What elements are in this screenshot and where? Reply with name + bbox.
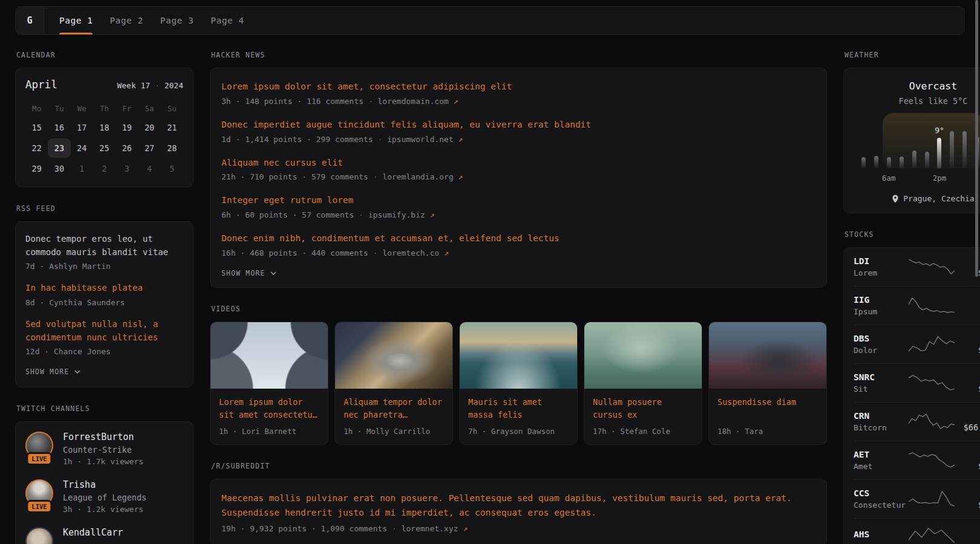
video-title[interactable]: Lorem ipsum dolor sit amet consectetu… (219, 396, 319, 421)
calendar-day[interactable]: 27 (138, 138, 160, 158)
calendar-day[interactable]: 21 (161, 118, 183, 137)
stock-row[interactable]: CRN Bitcorn -1.00% $66,171.48 (854, 402, 980, 441)
hn-item-meta: 16h · 468 points · 440 comments (221, 248, 368, 257)
hn-item-title[interactable]: Donec imperdiet augue tincidunt felis al… (221, 118, 815, 132)
separator-dot: · (373, 172, 377, 181)
video-card[interactable]: Aliquam tempor dolor nec pharetra… 1h · … (335, 322, 453, 445)
hn-item-domain-link[interactable]: ipsumworld.net (387, 135, 454, 144)
tab-page-3[interactable]: Page 3 (160, 7, 194, 34)
video-card[interactable]: Lorem ipsum dolor sit amet consectetu… 1… (210, 322, 328, 445)
twitch-channel[interactable]: LIVE ForrestBurton Counter-Strike 1h · 1… (25, 432, 183, 466)
tab-page-2[interactable]: Page 2 (109, 7, 143, 34)
hn-item-title[interactable]: Donec enim nibh, condimentum et accumsan… (221, 232, 815, 245)
twitch-channel[interactable]: LIVE Trisha League of Legends 3h · 1.2k … (25, 479, 183, 514)
hn-item-title[interactable]: Integer eget rutrum lorem (221, 194, 815, 207)
weather-hour-bar: 9° (933, 113, 946, 169)
calendar-day[interactable]: 29 (25, 159, 48, 178)
calendar-day[interactable]: 3 (116, 159, 138, 178)
video-title[interactable]: Nullam posuere cursus ex (593, 396, 693, 421)
video-title[interactable]: Mauris sit amet massa felis (468, 396, 569, 421)
page-scrollbar[interactable] (975, 0, 978, 277)
calendar-day[interactable]: 1 (71, 159, 93, 178)
chevron-down-icon (270, 270, 276, 276)
calendar-day[interactable]: 16 (48, 118, 70, 137)
calendar-day[interactable]: 17 (71, 118, 93, 137)
channel-avatar: LIVE (25, 479, 53, 507)
stock-price: $156.28 (955, 345, 980, 355)
hacker-news-section: HACKER NEWS Lorem ipsum dolor sit amet, … (210, 51, 827, 288)
calendar-day[interactable]: 15 (25, 118, 48, 137)
hn-show-more-button[interactable]: SHOW MORE (221, 269, 276, 277)
stock-row[interactable]: SNRC Sit +1.36% $148.64 (854, 363, 980, 402)
subreddit-post-meta: 19h · 9,932 points · 1,090 comments (221, 524, 387, 533)
subreddit-post-domain-link[interactable]: loremnet.xyz (401, 524, 458, 533)
hn-item-domain-link[interactable]: loremdomain.com (377, 97, 448, 106)
stock-row[interactable]: DBS Dolor +1.42% $156.28 (854, 325, 980, 363)
videos-heading: VIDEOS (211, 305, 827, 313)
calendar-day[interactable]: 28 (161, 138, 183, 158)
video-card[interactable]: Nullam posuere cursus ex 17h · Stefan Co… (584, 322, 702, 445)
calendar-day[interactable]: 20 (138, 118, 160, 137)
calendar-week-year: Week 17 · 2024 (117, 81, 183, 90)
stock-row[interactable]: IIG Ipsum +2.84% $42.04 (854, 286, 980, 325)
stock-row[interactable]: AET Amet +0.92% $499.72 (854, 441, 980, 479)
calendar-day[interactable]: 25 (93, 138, 116, 158)
rss-show-more-button[interactable]: SHOW MORE (25, 368, 80, 376)
separator-dot: · (359, 210, 364, 219)
hn-item-domain-link[interactable]: loremtech.co (382, 248, 439, 257)
stocks-widget: LDI Lorem +4.35% $795.18 IIG Ipsum +2.84… (843, 247, 980, 544)
hn-item-title[interactable]: Lorem ipsum dolor sit amet, consectetur … (221, 80, 815, 94)
calendar-day[interactable]: 23 (48, 138, 70, 158)
weather-hour-bar (958, 113, 971, 169)
weather-hour-bar (908, 113, 921, 169)
stock-row[interactable]: CCS Consectetur +0.51% $165.84 (854, 479, 980, 518)
weather-widget: Overcast Feels like 5°C 9° 6am2pm10pm Pr… (843, 68, 980, 213)
stock-row[interactable]: AHS +0.46% (854, 518, 980, 544)
hn-item-domain-link[interactable]: ipsumify.biz (368, 210, 425, 219)
hn-item: Donec enim nibh, condimentum et accumsan… (221, 232, 815, 257)
calendar-day[interactable]: 19 (116, 118, 138, 137)
calendar-day[interactable]: 22 (25, 138, 48, 158)
video-card[interactable]: Suspendisse diam 18h · Tara (708, 322, 827, 445)
video-card[interactable]: Mauris sit amet massa felis 7h · Grayson… (459, 322, 578, 445)
calendar-day-grid: 1516171819202122232425262728293012345 (25, 118, 183, 178)
calendar-day[interactable]: 2 (93, 159, 116, 178)
video-title[interactable]: Suspendisse diam (717, 396, 818, 421)
stock-sparkline (909, 526, 955, 544)
weather-hour-bar (870, 113, 883, 169)
twitch-channel[interactable]: LIVE KendallCarr (25, 527, 183, 544)
external-link-icon: ↗ (454, 97, 459, 106)
twitch-widget: LIVE ForrestBurton Counter-Strike 1h · 1… (15, 421, 194, 544)
calendar-day[interactable]: 24 (71, 138, 93, 158)
hn-item-meta: 6h · 60 points · 57 comments (221, 210, 354, 219)
stock-row[interactable]: LDI Lorem +4.35% $795.18 (854, 248, 980, 286)
stocks-section: STOCKS LDI Lorem +4.35% $795.18 IIG Ipsu… (843, 230, 980, 544)
calendar-day[interactable]: 18 (93, 118, 116, 137)
app-logo[interactable]: G (16, 7, 44, 34)
weekday-label: Su (161, 99, 183, 118)
calendar-day[interactable]: 30 (48, 159, 70, 178)
weather-hour-bar (895, 113, 908, 169)
subreddit-section: /R/SUBREDDIT Maecenas mollis pulvinar er… (210, 462, 827, 544)
hn-item-title[interactable]: Aliquam nec cursus elit (221, 157, 815, 170)
tab-page-1[interactable]: Page 1 (59, 7, 93, 34)
video-meta: 17h · Stefan Cole (593, 427, 693, 436)
weather-location[interactable]: Prague, Czechia (857, 194, 980, 203)
calendar-day[interactable]: 4 (138, 159, 160, 178)
calendar-day[interactable]: 26 (116, 138, 138, 158)
tab-page-4[interactable]: Page 4 (211, 7, 244, 34)
calendar-section: CALENDAR April Week 17 · 2024 Mo Tu We T… (15, 51, 194, 187)
rss-item-title[interactable]: In hac habitasse platea (25, 282, 183, 295)
stock-symbol: LDI (854, 256, 909, 266)
rss-item-title[interactable]: Sed volutpat nulla nisl, a condimentum n… (25, 318, 183, 344)
video-title[interactable]: Aliquam tempor dolor nec pharetra… (344, 396, 444, 421)
subreddit-post-title[interactable]: Maecenas mollis pulvinar erat non posuer… (221, 491, 815, 520)
calendar-day[interactable]: 5 (161, 159, 183, 178)
stock-change: +2.84% (955, 294, 980, 304)
chevron-down-icon (74, 369, 80, 375)
hacker-news-widget: Lorem ipsum dolor sit amet, consectetur … (210, 68, 827, 288)
hn-item-domain-link[interactable]: loremlandia.org (382, 172, 453, 181)
stock-symbol: CCS (854, 488, 909, 498)
calendar-year: 2024 (165, 81, 183, 90)
rss-item-title[interactable]: Donec tempor eros leo, ut commodo mauris… (25, 233, 183, 259)
